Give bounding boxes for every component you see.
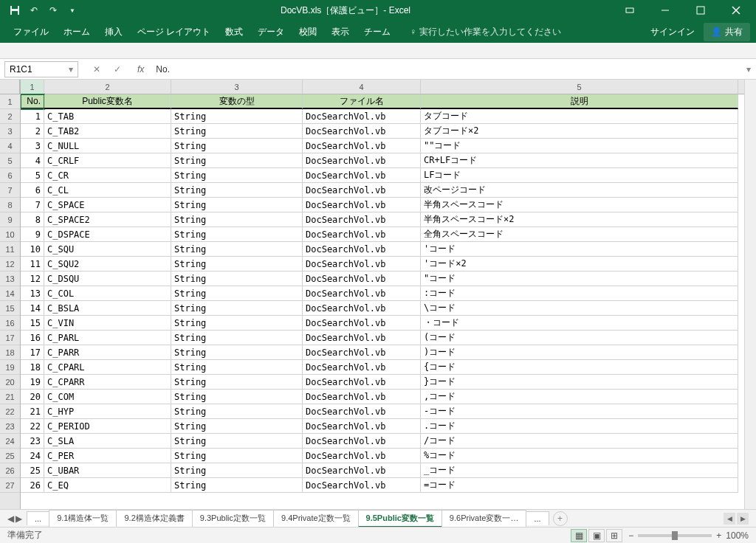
cell[interactable]: C_CRLF xyxy=(44,153,171,168)
cell[interactable]: DocSearchVol.vb xyxy=(303,198,421,212)
row-header[interactable]: 20 xyxy=(0,375,20,390)
cell[interactable]: ・コード xyxy=(421,316,738,331)
cell[interactable]: String xyxy=(171,257,303,272)
cell[interactable]: :コード xyxy=(421,286,738,301)
cell[interactable]: DocSearchVol.vb xyxy=(303,139,421,153)
cell[interactable]: =コード xyxy=(421,478,738,493)
cell[interactable]: String xyxy=(171,360,303,375)
cell[interactable]: 24 xyxy=(21,449,44,463)
row-header[interactable]: 27 xyxy=(0,478,20,493)
cell[interactable]: LFコード xyxy=(421,168,738,183)
cell[interactable]: 15 xyxy=(21,316,44,331)
cell[interactable]: (コード xyxy=(421,331,738,345)
ribbon-tab[interactable]: 校閲 xyxy=(292,21,324,43)
cell[interactable]: C_PARL xyxy=(44,331,171,345)
cell[interactable]: }コード xyxy=(421,375,738,390)
scroll-right-icon[interactable]: ▶ xyxy=(737,513,749,525)
sheet-tab[interactable]: 9.4Private定数一覧 xyxy=(273,510,359,528)
row-header[interactable]: 14 xyxy=(0,286,20,301)
row-header[interactable]: 23 xyxy=(0,419,20,434)
cell[interactable]: 'コード xyxy=(421,242,738,257)
cell[interactable]: 'コード×2 xyxy=(421,257,738,272)
formula-input[interactable]: No. xyxy=(150,63,741,76)
ribbon-tab[interactable]: 数式 xyxy=(218,21,250,43)
cell[interactable]: 23 xyxy=(21,434,44,449)
zoom-value[interactable]: 100% xyxy=(726,530,749,541)
cell[interactable]: C_CPARL xyxy=(44,360,171,375)
sheet-tab-ellipsis[interactable]: ... xyxy=(27,511,49,525)
sheet-tab[interactable]: 9.6Private変数一… xyxy=(441,510,527,528)
ribbon-options-icon[interactable] xyxy=(613,0,647,21)
maximize-icon[interactable] xyxy=(684,0,718,21)
cell[interactable]: String xyxy=(171,198,303,212)
cancel-icon[interactable]: ✕ xyxy=(90,64,103,75)
cell[interactable]: String xyxy=(171,109,303,124)
cell[interactable]: CR+LFコード xyxy=(421,153,738,168)
row-header[interactable]: 8 xyxy=(0,198,20,212)
cell[interactable]: String xyxy=(171,183,303,198)
select-all-corner[interactable] xyxy=(0,80,20,94)
row-header[interactable]: 21 xyxy=(0,390,20,404)
cell[interactable]: String xyxy=(171,404,303,419)
cell[interactable]: String xyxy=(171,375,303,390)
row-header[interactable]: 5 xyxy=(0,153,20,168)
formula-expand-icon[interactable]: ▾ xyxy=(741,64,756,75)
ribbon-tab[interactable]: ホーム xyxy=(56,21,97,43)
cell[interactable]: 10 xyxy=(21,242,44,257)
cell[interactable]: 2 xyxy=(21,124,44,139)
page-layout-view-icon[interactable]: ▣ xyxy=(588,529,605,542)
cell[interactable]: DocSearchVol.vb xyxy=(303,478,421,493)
vertical-scrollbar[interactable] xyxy=(744,80,756,509)
cell[interactable]: String xyxy=(171,390,303,404)
redo-icon[interactable]: ↷ xyxy=(47,4,59,16)
cell[interactable]: String xyxy=(171,272,303,286)
cell[interactable]: DocSearchVol.vb xyxy=(303,227,421,242)
cell[interactable]: C_PARR xyxy=(44,345,171,360)
sheet-tab[interactable]: 9.1構造体一覧 xyxy=(49,510,117,528)
cell[interactable]: C_TAB2 xyxy=(44,124,171,139)
cell[interactable]: C_TAB xyxy=(44,109,171,124)
cell[interactable]: \コード xyxy=(421,301,738,316)
cell[interactable]: DocSearchVol.vb xyxy=(303,242,421,257)
qat-dropdown-icon[interactable]: ▼ xyxy=(66,4,78,16)
cell[interactable]: C_PERIOD xyxy=(44,419,171,434)
cell[interactable]: /コード xyxy=(421,434,738,449)
cell[interactable]: 19 xyxy=(21,375,44,390)
cell[interactable]: 9 xyxy=(21,227,44,242)
cell[interactable]: String xyxy=(171,227,303,242)
cell[interactable]: C_SQU2 xyxy=(44,257,171,272)
ribbon-tab[interactable]: ページ レイアウト xyxy=(130,21,218,43)
signin-button[interactable]: サインイン xyxy=(650,26,695,38)
sheet-tab-ellipsis[interactable]: ... xyxy=(526,511,549,525)
cell[interactable]: 17 xyxy=(21,345,44,360)
cell[interactable]: 変数の型 xyxy=(171,94,303,109)
cell[interactable]: 26 xyxy=(21,478,44,493)
cell[interactable]: 5 xyxy=(21,168,44,183)
col-header[interactable]: 2 xyxy=(44,80,171,94)
cell[interactable]: DocSearchVol.vb xyxy=(303,168,421,183)
row-header[interactable]: 22 xyxy=(0,404,20,419)
save-icon[interactable] xyxy=(9,4,21,16)
close-icon[interactable] xyxy=(719,0,753,21)
cell[interactable]: String xyxy=(171,463,303,478)
row-header[interactable]: 12 xyxy=(0,257,20,272)
row-header[interactable]: 6 xyxy=(0,168,20,183)
fx-icon[interactable]: fx xyxy=(131,64,150,75)
row-header[interactable]: 26 xyxy=(0,463,20,478)
cell[interactable]: C_SLA xyxy=(44,434,171,449)
cell[interactable]: DocSearchVol.vb xyxy=(303,404,421,419)
zoom-out-icon[interactable]: − xyxy=(628,530,633,541)
row-header[interactable]: 13 xyxy=(0,272,20,286)
cell[interactable]: String xyxy=(171,242,303,257)
row-header[interactable]: 3 xyxy=(0,124,20,139)
ribbon-tab[interactable]: チーム xyxy=(357,21,398,43)
cell[interactable]: 4 xyxy=(21,153,44,168)
row-header[interactable]: 16 xyxy=(0,316,20,331)
cell[interactable]: タブコード xyxy=(421,109,738,124)
cell[interactable]: DocSearchVol.vb xyxy=(303,301,421,316)
minimize-icon[interactable] xyxy=(648,0,682,21)
cell[interactable]: String xyxy=(171,153,303,168)
cell[interactable]: Public変数名 xyxy=(44,94,171,109)
cell[interactable]: 3 xyxy=(21,139,44,153)
sheet-tab[interactable]: 9.5Public変数一覧 xyxy=(358,510,442,528)
